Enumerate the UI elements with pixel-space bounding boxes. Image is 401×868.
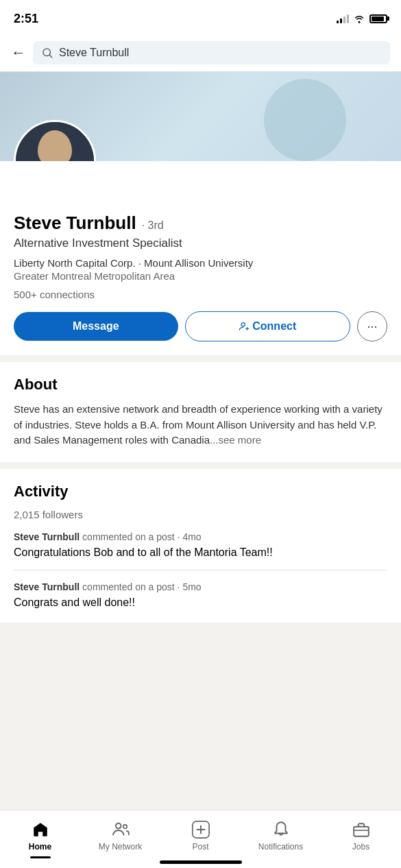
search-bar: ← Steve Turnbull <box>0 34 401 72</box>
battery-icon <box>369 14 387 23</box>
activity-item: Steve Turnbull commented on a post · 4mo… <box>14 531 387 570</box>
activity-meta-2: Steve Turnbull commented on a post · 5mo <box>14 581 387 592</box>
connect-icon <box>239 321 250 332</box>
svg-rect-5 <box>354 827 369 836</box>
more-options-button[interactable]: ··· <box>357 311 387 341</box>
signal-icon <box>337 14 349 23</box>
bottom-nav: Home My Network Post <box>0 810 401 868</box>
activity-section: Activity 2,015 followers Steve Turnbull … <box>0 469 401 623</box>
see-more-link[interactable]: ...see more <box>210 434 261 446</box>
wifi-icon <box>353 14 365 23</box>
activity-item: Steve Turnbull commented on a post · 5mo… <box>14 581 387 609</box>
profile-title: Alternative Investment Specialist <box>14 237 387 250</box>
message-button[interactable]: Message <box>14 312 178 341</box>
activity-content-2: Congrats and well done!! <box>14 596 387 609</box>
nav-item-jobs[interactable]: Jobs <box>321 820 401 852</box>
profile-company: Liberty North Capital Corp. · Mount Alli… <box>14 257 387 269</box>
nav-item-home[interactable]: Home <box>0 820 80 852</box>
action-buttons: Message Connect ··· <box>14 311 387 341</box>
activity-title: Activity <box>14 483 387 501</box>
about-title: About <box>14 376 387 394</box>
svg-point-3 <box>123 825 126 828</box>
connect-button[interactable]: Connect <box>185 311 351 341</box>
connections-count: 500+ connections <box>14 289 387 300</box>
notifications-icon <box>271 820 291 839</box>
search-query: Steve Turnbull <box>59 47 129 59</box>
nav-label-my-network: My Network <box>99 842 142 852</box>
nav-item-post[interactable]: Post <box>160 820 241 852</box>
activity-content-1: Congratulations Bob and to all of the Ma… <box>14 546 387 559</box>
about-section: About Steve has an extensive network and… <box>0 362 401 462</box>
search-input-container[interactable]: Steve Turnbull <box>33 41 390 64</box>
activity-followers: 2,015 followers <box>14 509 387 520</box>
status-bar: 2:51 <box>0 0 401 34</box>
status-icons <box>337 14 387 23</box>
cover-photo <box>0 72 401 161</box>
profile-name: Steve Turnbull <box>14 213 136 234</box>
home-indicator <box>160 860 242 864</box>
avatar-image <box>16 120 94 161</box>
nav-label-post: Post <box>192 842 208 852</box>
activity-meta-1: Steve Turnbull commented on a post · 4mo <box>14 531 387 542</box>
profile-header: Steve Turnbull · 3rd Alternative Investm… <box>0 72 401 355</box>
my-network-icon <box>111 820 130 839</box>
back-button[interactable]: ← <box>11 44 26 62</box>
nav-item-my-network[interactable]: My Network <box>80 820 160 852</box>
nav-item-notifications[interactable]: Notifications <box>241 820 321 852</box>
avatar-container <box>14 120 96 161</box>
nav-label-home: Home <box>29 842 51 852</box>
cover-decoration <box>264 79 346 161</box>
nav-label-jobs: Jobs <box>352 842 369 852</box>
connection-degree: · 3rd <box>142 219 164 232</box>
profile-location: Greater Montreal Metropolitan Area <box>14 270 387 282</box>
about-text: Steve has an extensive network and bread… <box>14 402 387 448</box>
profile-info: Steve Turnbull · 3rd Alternative Investm… <box>0 161 401 355</box>
search-icon <box>41 47 53 59</box>
svg-point-1 <box>241 323 245 326</box>
profile-name-row: Steve Turnbull · 3rd <box>14 213 387 234</box>
status-time: 2:51 <box>14 12 38 26</box>
avatar <box>14 120 96 161</box>
home-icon <box>31 820 50 839</box>
nav-label-notifications: Notifications <box>258 842 303 852</box>
jobs-icon <box>352 820 371 839</box>
post-icon <box>191 820 210 839</box>
svg-point-2 <box>115 823 121 829</box>
